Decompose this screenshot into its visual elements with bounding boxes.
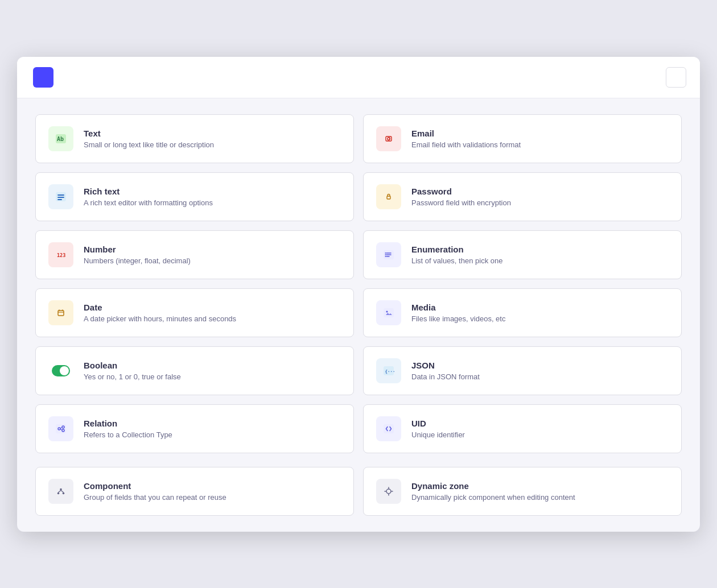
card-password[interactable]: Password Password field with encryption — [363, 172, 682, 221]
modal-header — [17, 57, 700, 98]
svg-rect-2 — [384, 134, 394, 143]
richtext-title: Rich text — [84, 187, 213, 196]
date-content: Date A date picker with hours, minutes a… — [84, 303, 236, 323]
card-text[interactable]: Ab Text Small or long text like title or… — [35, 114, 354, 163]
svg-text:Ab: Ab — [57, 136, 64, 142]
password-title: Password — [411, 187, 511, 196]
richtext-icon — [48, 184, 73, 209]
card-media[interactable]: Media Files like images, videos, etc — [363, 288, 682, 337]
close-button[interactable] — [666, 67, 686, 88]
json-content: JSON Data in JSON format — [411, 361, 480, 381]
svg-point-41 — [57, 492, 60, 494]
number-desc: Numbers (integer, float, decimal) — [84, 256, 191, 265]
relation-content: Relation Refers to a Collection Type — [84, 419, 172, 439]
media-content: Media Files like images, videos, etc — [411, 303, 505, 323]
enumeration-desc: List of values, then pick one — [411, 256, 502, 265]
card-component[interactable]: Component Group of fields that you can r… — [35, 467, 354, 516]
enumeration-icon — [376, 242, 401, 267]
card-relation[interactable]: Relation Refers to a Collection Type — [35, 404, 354, 453]
password-icon — [376, 184, 401, 209]
uid-desc: Unique identifier — [411, 430, 465, 439]
svg-point-42 — [63, 492, 65, 494]
richtext-desc: A rich text editor with formatting optio… — [84, 198, 213, 207]
json-title: JSON — [411, 361, 480, 370]
card-boolean[interactable]: Boolean Yes or no, 1 or 0, true or false — [35, 346, 354, 395]
enumeration-content: Enumeration List of values, then pick on… — [411, 245, 502, 265]
email-content: Email Email field with validations forma… — [411, 129, 521, 149]
card-number[interactable]: 123 Number Numbers (integer, float, deci… — [35, 230, 354, 279]
media-title: Media — [411, 303, 505, 312]
password-content: Password Password field with encryption — [411, 187, 511, 207]
bottom-grid: Component Group of fields that you can r… — [35, 467, 682, 516]
component-icon — [48, 479, 73, 504]
boolean-content: Boolean Yes or no, 1 or 0, true or false — [84, 361, 181, 381]
modal-body: Ab Text Small or long text like title or… — [17, 98, 700, 532]
ct-badge — [33, 67, 53, 88]
date-icon — [48, 300, 73, 325]
svg-rect-32 — [56, 424, 66, 433]
relation-desc: Refers to a Collection Type — [84, 430, 172, 439]
card-json[interactable]: {···} JSON Data in JSON format — [363, 346, 682, 395]
card-email[interactable]: Email Email field with validations forma… — [363, 114, 682, 163]
dynamic-zone-content: Dynamic zone Dynamically pick component … — [411, 481, 575, 502]
number-title: Number — [84, 245, 191, 254]
email-desc: Email field with validations format — [411, 140, 521, 149]
svg-point-18 — [385, 252, 386, 254]
date-title: Date — [84, 303, 236, 312]
text-content: Text Small or long text like title or de… — [84, 129, 214, 149]
card-dynamic-zone[interactable]: Dynamic zone Dynamically pick component … — [363, 467, 682, 516]
svg-rect-39 — [56, 487, 66, 496]
boolean-icon — [48, 363, 73, 379]
field-type-grid: Ab Text Small or long text like title or… — [35, 114, 682, 453]
component-desc: Group of fields that you can repeat or r… — [84, 493, 226, 502]
svg-rect-10 — [384, 192, 394, 201]
password-desc: Password field with encryption — [411, 198, 511, 207]
card-date[interactable]: Date A date picker with hours, minutes a… — [35, 288, 354, 337]
svg-point-40 — [60, 488, 62, 490]
uid-icon — [376, 416, 401, 441]
svg-point-20 — [385, 256, 386, 257]
component-title: Component — [84, 481, 226, 491]
svg-rect-26 — [384, 308, 394, 317]
svg-point-27 — [386, 310, 388, 312]
dynamic-zone-icon — [376, 479, 401, 504]
enumeration-title: Enumeration — [411, 245, 502, 254]
media-icon — [376, 300, 401, 325]
email-title: Email — [411, 129, 521, 138]
media-desc: Files like images, videos, etc — [411, 314, 505, 323]
section-divider — [35, 453, 682, 467]
relation-icon — [48, 416, 73, 441]
date-desc: A date picker with hours, minutes and se… — [84, 314, 236, 323]
svg-point-29 — [60, 366, 69, 375]
text-desc: Small or long text like title or descrip… — [84, 140, 214, 149]
relation-title: Relation — [84, 419, 172, 428]
text-title: Text — [84, 129, 214, 138]
svg-text:123: 123 — [57, 252, 65, 258]
boolean-title: Boolean — [84, 361, 181, 370]
uid-content: UID Unique identifier — [411, 419, 465, 439]
dynamic-zone-desc: Dynamically pick component when editing … — [411, 493, 575, 502]
svg-text:{···}: {···} — [385, 368, 396, 374]
uid-title: UID — [411, 419, 465, 428]
number-content: Number Numbers (integer, float, decimal) — [84, 245, 191, 265]
card-richtext[interactable]: Rich text A rich text editor with format… — [35, 172, 354, 221]
boolean-desc: Yes or no, 1 or 0, true or false — [84, 372, 181, 381]
richtext-content: Rich text A rich text editor with format… — [84, 187, 213, 207]
svg-rect-38 — [384, 424, 394, 433]
json-icon: {···} — [376, 358, 401, 383]
svg-point-19 — [385, 254, 386, 255]
email-icon — [376, 126, 401, 151]
dynamic-zone-title: Dynamic zone — [411, 481, 575, 491]
json-desc: Data in JSON format — [411, 372, 480, 381]
component-content: Component Group of fields that you can r… — [84, 481, 226, 502]
card-enumeration[interactable]: Enumeration List of values, then pick on… — [363, 230, 682, 279]
card-uid[interactable]: UID Unique identifier — [363, 404, 682, 453]
text-icon: Ab — [48, 126, 73, 151]
modal-container: Ab Text Small or long text like title or… — [17, 57, 700, 532]
number-icon: 123 — [48, 242, 73, 267]
